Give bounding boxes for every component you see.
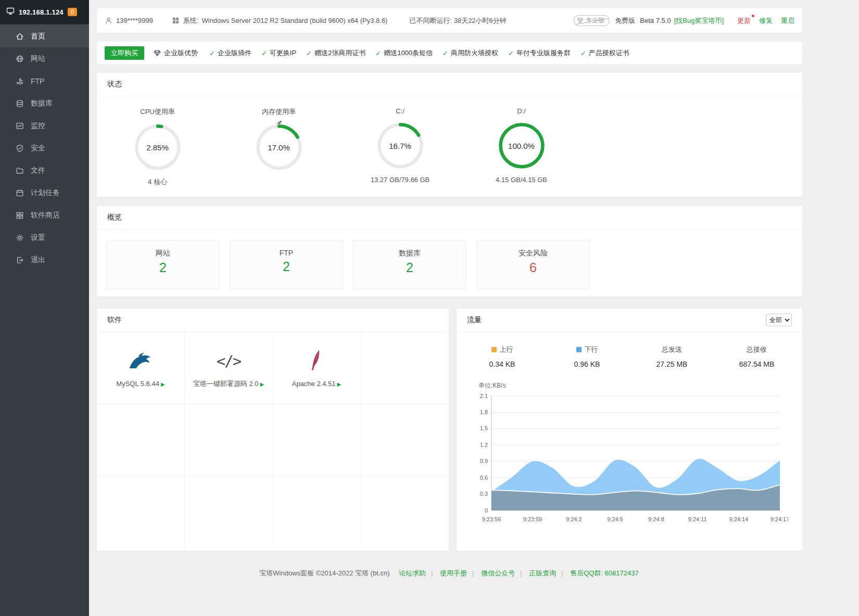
software-empty-cell — [361, 404, 449, 477]
mysql-dolphin-icon — [128, 348, 153, 375]
sidebar-item-monitor[interactable]: 监控 — [0, 114, 89, 137]
boat-icon — [16, 77, 24, 85]
traffic-filter-select[interactable]: 全部 — [766, 314, 792, 326]
footer: 宝塔Windows面板 ©2014-2022 宝塔 (bt.cn) 论坛求助| … — [97, 551, 802, 591]
repair-link[interactable]: 修复 — [759, 16, 773, 25]
sidebar-item-files[interactable]: 文件 — [0, 159, 89, 182]
gauge-memory: 内存使用率 17.0% — [218, 107, 339, 187]
software-empty-cell — [273, 404, 361, 477]
sidebar-item-label: 计划任务 — [31, 188, 60, 198]
uptime: 已不间断运行: 38天22小时6分钟 — [409, 16, 506, 25]
promo-feature: ✓企业版插件 — [209, 48, 251, 58]
footer-link-genuine[interactable]: 正版查询 — [529, 569, 556, 577]
pro-version-badge[interactable]: 专业版 — [574, 15, 610, 26]
server-ip: 192.168.1.124 — [19, 8, 64, 16]
sidebar-item-appstore[interactable]: 软件商店 — [0, 204, 89, 226]
sidebar-item-home[interactable]: 首页 — [0, 25, 89, 47]
overview-boxes: 网站 2 FTP 2 数据库 2 安全风险 6 — [97, 229, 802, 300]
software-item-mysql[interactable]: MySQL 5.6.44▶ — [97, 332, 185, 404]
sidebar-menu: 首页 网站 FTP 数据库 监控 安全 — [0, 24, 89, 271]
traffic-stats: 上行 0.34 KB 下行 0.96 KB 总发送 27.25 MB 总接收 6… — [457, 332, 802, 368]
footer-link-manual[interactable]: 使用手册 — [440, 569, 467, 577]
free-version-label: 免费版 — [615, 16, 635, 25]
overview-box-ftp[interactable]: FTP 2 — [230, 240, 343, 289]
sidebar-item-settings[interactable]: 设置 — [0, 226, 89, 249]
shield-icon — [16, 144, 24, 152]
restart-link[interactable]: 重启 — [781, 16, 794, 25]
software-item-apache[interactable]: Apache 2.4.51▶ — [273, 332, 361, 404]
windows-icon — [172, 17, 180, 24]
running-icon: ▶ — [161, 381, 165, 387]
check-icon: ✓ — [306, 49, 312, 57]
gauge-disk-c: C:/ 16.7% 13.27 GB/79.66 GB — [339, 107, 461, 187]
user-phone: 139****9999 — [116, 17, 153, 24]
running-icon: ▶ — [337, 381, 342, 387]
message-count-badge[interactable]: 0 — [68, 8, 78, 16]
sidebar-item-database[interactable]: 数据库 — [0, 92, 89, 114]
system-value: Windows Server 2012 R2 Standard (build 9… — [201, 17, 387, 24]
traffic-title: 流量 — [467, 315, 482, 325]
gem-icon — [154, 50, 161, 56]
overview-card: 概览 网站 2 FTP 2 数据库 2 安全风险 6 — [97, 206, 802, 297]
overview-box-database[interactable]: 数据库 2 — [353, 240, 466, 289]
software-empty-cell — [273, 477, 361, 549]
software-item-deploy[interactable]: </> 宝塔一键部署源码 2.0▶ — [185, 332, 273, 404]
overview-box-websites[interactable]: 网站 2 — [106, 240, 220, 289]
sidebar-item-ftp[interactable]: FTP — [0, 70, 89, 92]
status-title: 状态 — [97, 73, 802, 96]
sidebar-item-logout[interactable]: 退出 — [0, 249, 89, 271]
buy-now-button[interactable]: 立即购买 — [105, 46, 144, 60]
gauge-disk-d: D:/ 100.0% 4.15 GB/4.15 GB — [461, 107, 582, 187]
promo-feature: ✓可更换IP — [261, 48, 296, 58]
overview-title: 概览 — [97, 206, 802, 229]
folder-icon — [16, 166, 24, 175]
sidebar-item-label: 首页 — [31, 32, 45, 41]
footer-link-forum[interactable]: 论坛求助 — [399, 569, 426, 577]
sidebar-item-label: 数据库 — [31, 99, 53, 108]
monitor-icon — [6, 7, 15, 17]
sidebar-item-label: 软件商店 — [31, 211, 60, 220]
sidebar-item-cron[interactable]: 计划任务 — [0, 182, 89, 204]
check-icon: ✓ — [209, 49, 215, 57]
promo-feature: ✓赠送1000条短信 — [375, 48, 433, 58]
person-icon — [105, 17, 112, 24]
sidebar-item-label: 监控 — [31, 121, 45, 131]
svg-text:9:24:5: 9:24:5 — [607, 516, 623, 522]
sidebar-item-label: 设置 — [31, 233, 45, 242]
svg-text:9:24:2: 9:24:2 — [566, 516, 582, 522]
main-content: 139****9999 系统: Windows Server 2012 R2 S… — [89, 0, 810, 616]
overview-box-security-risk[interactable]: 安全风险 6 — [476, 240, 590, 289]
server-ip-box[interactable]: 192.168.1.124 0 — [0, 0, 89, 24]
bug-reward-link[interactable]: [找Bug奖宝塔币] — [674, 16, 724, 25]
update-dot — [752, 15, 754, 17]
footer-qq-link[interactable]: 售后QQ群: 608172437 — [570, 569, 639, 577]
traffic-unit-label: 单位:KB/s — [478, 381, 802, 390]
free-memory-rocket-icon[interactable] — [274, 119, 283, 130]
update-link[interactable]: 更新 — [737, 16, 751, 25]
app-root: 192.168.1.124 0 首页 网站 FTP 数据库 监控 — [0, 0, 859, 616]
apache-feather-icon — [310, 348, 323, 375]
user-info: 139****9999 — [105, 17, 153, 24]
footer-link-wechat[interactable]: 微信公众号 — [481, 569, 515, 577]
status-gauges: CPU使用率 2.85% 4 核心 内存使用率 17.0% — [97, 96, 802, 187]
traffic-stat-total-received: 总接收 687.54 MB — [714, 345, 799, 368]
traffic-stat-down: 下行 0.96 KB — [545, 345, 629, 368]
svg-text:1.2: 1.2 — [480, 442, 488, 448]
traffic-card: 流量 全部 上行 0.34 KB 下行 0.96 KB 总发送 — [457, 309, 802, 551]
software-empty-cell — [361, 332, 449, 404]
security-risk-count: 6 — [477, 260, 589, 275]
promo-feature: ✓产品授权证书 — [580, 48, 629, 58]
promo-feature: ✓年付专业版服务群 — [508, 48, 571, 58]
software-empty-cell — [97, 404, 185, 477]
promo-feature: ✓赠送2张商用证书 — [306, 48, 365, 58]
promo-bar: 立即购买 企业版优势 ✓企业版插件 ✓可更换IP ✓赠送2张商用证书 ✓赠送10… — [97, 42, 802, 65]
system-info: 系统: Windows Server 2012 R2 Standard (bui… — [172, 16, 388, 25]
sidebar-item-websites[interactable]: 网站 — [0, 47, 89, 70]
top-status-bar: 139****9999 系统: Windows Server 2012 R2 S… — [97, 8, 802, 33]
software-empty-cell — [185, 477, 273, 549]
sidebar-item-label: 网站 — [31, 54, 45, 63]
sidebar-item-security[interactable]: 安全 — [0, 137, 89, 159]
sidebar-item-label: 文件 — [31, 166, 45, 175]
svg-text:1.5: 1.5 — [480, 425, 488, 431]
software-empty-cell — [97, 477, 185, 549]
